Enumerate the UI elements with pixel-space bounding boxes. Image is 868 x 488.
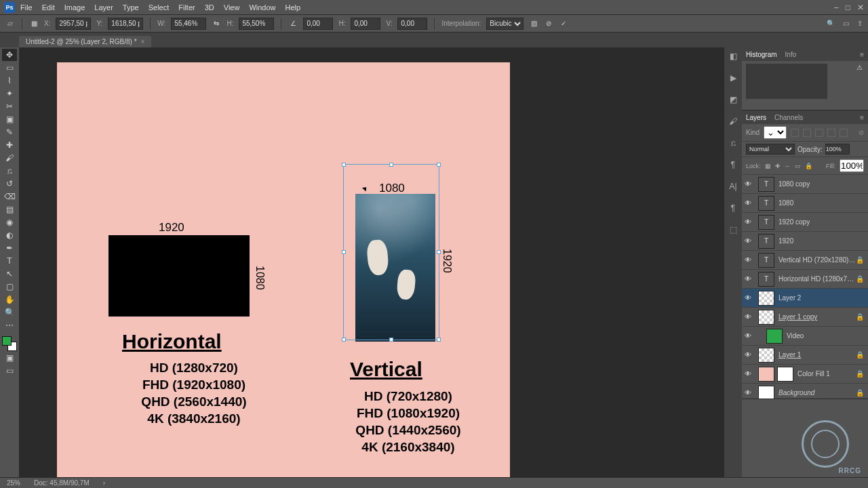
layer-row[interactable]: 👁THorizontal HD (868x488) FHD ...🔒 [742,270,868,289]
rotate-field[interactable] [303,18,333,30]
dock-adjust-icon[interactable]: ◩ [727,94,739,106]
layer-row[interactable]: 👁Background🔒 [742,384,868,399]
layer-name[interactable]: Video [787,332,856,340]
lock-all-icon[interactable]: 🔒 [805,163,812,169]
visibility-icon[interactable]: 👁 [742,294,754,302]
lock-icon[interactable]: 🔒 [856,275,865,283]
blur-tool[interactable]: ◉ [2,216,17,228]
visibility-icon[interactable]: 👁 [742,237,754,245]
visibility-icon[interactable]: 👁 [742,351,754,359]
menu-image[interactable]: Image [64,3,85,12]
histogram-warning-icon[interactable]: ⚠ [856,64,863,71]
layer-name[interactable]: Layer 1 [778,351,856,359]
menu-view[interactable]: View [224,3,240,12]
menu-type[interactable]: Type [123,3,139,12]
lock-position-icon[interactable]: ✚ [775,163,781,169]
visibility-icon[interactable]: 👁 [742,389,754,396]
path-select-tool[interactable]: ↖ [2,268,17,280]
pen-tool[interactable]: ✒ [2,242,17,254]
layer-name[interactable]: Color Fill 1 [797,370,856,378]
panel-menu-icon[interactable]: ≡ [860,51,864,58]
shape-tool[interactable]: ▢ [2,281,17,293]
filter-type-icon[interactable] [815,129,823,137]
dock-actions-icon[interactable]: ▶ [727,72,739,84]
layer-name[interactable]: 1920 [778,237,856,245]
document-tab[interactable]: Untitled-2 @ 25% (Layer 2, RGB/8) * × [19,36,151,47]
cancel-icon[interactable]: ⊘ [544,19,553,28]
visibility-icon[interactable]: 👁 [742,256,754,264]
lock-icon[interactable]: 🔒 [856,313,865,321]
frame-tool[interactable]: ▣ [2,113,17,125]
window-close-icon[interactable]: ✕ [857,3,864,12]
workspace-icon[interactable]: ▭ [843,20,849,27]
dodge-tool[interactable]: ◐ [2,229,17,241]
dock-color-icon[interactable]: ◧ [727,50,739,62]
window-maximize-icon[interactable]: □ [846,3,850,12]
eraser-tool[interactable]: ⌫ [2,190,17,203]
link-wh-icon[interactable]: ⇆ [212,19,221,28]
zoom-tool[interactable]: 🔍 [2,306,17,319]
tab-info[interactable]: Info [785,51,797,58]
layer-name[interactable]: 1080 [778,199,856,207]
lock-icon[interactable]: 🔒 [856,389,865,396]
layer-row[interactable]: 👁Color Fill 1🔒 [742,365,868,384]
interpolation-select[interactable]: Bicubic [486,18,524,30]
lock-icon[interactable]: 🔒 [856,370,865,378]
history-brush-tool[interactable]: ↺ [2,178,17,190]
layer-row[interactable]: 👁Video [742,327,868,346]
opacity-field[interactable] [825,144,850,155]
dock-paragraph-icon[interactable]: ¶ [727,159,739,171]
menu-window[interactable]: Window [249,3,275,12]
visibility-icon[interactable]: 👁 [742,313,754,321]
dock-glyphs-icon[interactable]: ¶ [727,202,739,214]
h-field[interactable] [239,18,274,30]
menu-3d[interactable]: 3D [205,3,214,12]
vskew-field[interactable] [397,18,427,30]
share-icon[interactable]: ⇪ [857,20,863,27]
layer-name[interactable]: 1080 copy [778,180,856,188]
tab-channels[interactable]: Channels [774,114,803,121]
layer-row[interactable]: 👁Layer 2 [742,289,868,308]
layer-row[interactable]: 👁T1080 [742,194,868,213]
visibility-icon[interactable]: 👁 [742,370,754,378]
fill-field[interactable] [840,159,864,172]
lock-icon[interactable]: 🔒 [856,351,865,359]
y-field[interactable] [108,18,143,30]
dock-character-icon[interactable]: A| [727,180,739,192]
close-tab-icon[interactable]: × [141,38,145,45]
filter-pixel-icon[interactable] [791,129,799,137]
hand-tool[interactable]: ✋ [2,293,17,306]
layer-name[interactable]: Vertical HD (488x868) FHD (1... [778,256,856,264]
dock-clone-icon[interactable]: ⎌ [727,137,739,149]
menu-help[interactable]: Help [285,3,301,12]
layer-name[interactable]: 1920 copy [778,218,856,226]
filter-adjust-icon[interactable] [803,129,811,137]
layer-row[interactable]: 👁Layer 1 copy🔒 [742,308,868,327]
hskew-field[interactable] [351,18,380,30]
visibility-icon[interactable]: 👁 [742,218,754,226]
window-minimize-icon[interactable]: – [834,3,839,12]
layer-name[interactable]: Layer 1 copy [778,313,856,321]
menu-filter[interactable]: Filter [178,3,195,12]
layer-row[interactable]: 👁T1920 [742,232,868,251]
quick-mask-tool[interactable]: ▣ [2,352,17,364]
layer-name[interactable]: Background [778,389,856,396]
lasso-tool[interactable]: ⌇ [2,75,17,87]
visibility-icon[interactable]: 👁 [742,275,754,283]
status-arrow-icon[interactable]: › [103,479,105,487]
visibility-icon[interactable]: 👁 [742,199,754,207]
x-field[interactable] [56,18,91,30]
gradient-tool[interactable]: ▤ [2,203,17,216]
fg-color[interactable] [2,336,12,346]
filter-smart-icon[interactable] [840,129,848,137]
blend-mode-select[interactable]: Normal [746,144,795,155]
menu-edit[interactable]: Edit [42,3,55,12]
lock-pixels-icon[interactable]: ▦ [765,163,771,169]
magic-wand-tool[interactable]: ✦ [2,87,17,100]
lock-artboard-icon[interactable]: ▭ [795,163,801,169]
canvas-area[interactable]: 1920 1080 Horizontal HD (868x488) FHD (… [19,47,724,477]
panel-menu-icon[interactable]: ≡ [860,114,864,121]
layer-name[interactable]: Layer 2 [778,294,856,302]
tab-histogram[interactable]: Histogram [746,51,777,58]
brush-tool[interactable]: 🖌 [2,152,17,164]
